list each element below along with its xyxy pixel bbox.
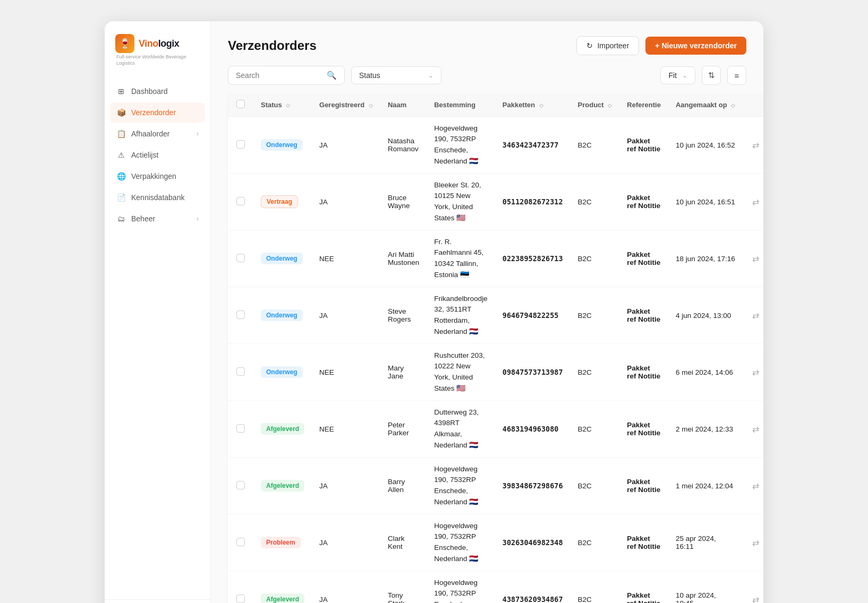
geregistreerd-cell: JA [312,571,380,604]
table-row: Afgeleverd NEE Peter Parker Dutterweg 23… [228,401,763,458]
status-dropdown[interactable]: Status ⌄ [351,66,441,84]
sync-icon[interactable]: ⇄ [750,592,761,604]
referentie-cell: Pakket ref Notitie [619,458,668,514]
bestemming-cell: Bleeker St. 20, 10125 New York, United S… [427,174,495,230]
new-order-button[interactable]: + Nieuwe verzendorder [645,37,746,55]
sync-icon[interactable]: ⇄ [750,308,761,323]
chevron-right-icon: › [197,215,199,222]
sync-icon[interactable]: ⇄ [750,536,761,550]
referentie-cell: Pakket ref Notitie [619,287,668,344]
aangemaakt-cell: 25 apr 2024, 16:11 [668,514,743,571]
aangemaakt-cell: 10 jun 2024, 16:51 [668,174,743,230]
row-checkbox[interactable] [236,481,245,489]
flag-icon: 🇳🇱 [469,554,478,563]
referentie-cell: Pakket ref Notitie [619,571,668,604]
sidebar-item-actielijst[interactable]: ⚠ Actielijst [110,145,205,165]
header-actions: ↻ Importeer + Nieuwe verzendorder [576,36,746,55]
import-button[interactable]: ↻ Importeer [576,36,639,55]
aangemaakt-cell: 2 mei 2024, 12:33 [668,401,743,458]
sort-button[interactable]: ⇅ [702,66,721,85]
sidebar-item-dashboard[interactable]: ⊞ Dashboard [110,81,205,101]
row-checkbox[interactable] [236,140,245,149]
sidebar-item-label: Verpakkingen [131,172,176,180]
product-cell: B2C [571,458,620,514]
sidebar-bottom: 🌐 Vinologix.com → JD John van Doe Winery… [105,599,210,603]
table-row: Onderweg JA Steve Rogers Frikandelbroodj… [228,287,763,344]
sync-icon[interactable]: ⇄ [750,479,761,493]
sidebar-item-label: Beheer [131,214,155,223]
row-checkbox[interactable] [236,311,245,319]
naam-cell: Barry Allen [380,458,427,514]
sidebar-item-verzendorder[interactable]: 📦 Verzendorder [110,102,205,123]
orders-table: Status ◇ Geregistreerd ◇ Naam Bestemming… [228,93,763,603]
fit-dropdown[interactable]: Fit ⌄ [660,66,695,84]
row-checkbox[interactable] [236,538,245,546]
flag-icon: 🇺🇸 [456,213,465,222]
logo-area: 🍷 Vinologix Full-service Worldwide Bever… [105,34,210,81]
search-icon: 🔍 [327,71,337,80]
import-label: Importeer [597,41,629,50]
sidebar-item-label: Dashboard [131,87,168,96]
sort-icon: ◇ [731,102,735,108]
geregistreerd-cell: NEE [312,344,380,401]
geregistreerd-cell: JA [312,174,380,230]
col-pakketten: Pakketten ◇ [495,93,571,117]
sync-icon[interactable]: ⇄ [750,138,761,152]
aangemaakt-cell: 6 mei 2024, 14:06 [668,344,743,401]
bestemming-cell: Frikandelbroodje 32, 3511RT Rotterdam, N… [427,287,495,344]
sidebar-item-beheer[interactable]: 🗂 Beheer › [110,209,205,229]
sync-icon[interactable]: ⇄ [750,195,761,209]
actielijst-icon: ⚠ [116,150,126,160]
table-row: Probleem JA Clark Kent Hogeveldweg 190, … [228,514,763,571]
kennisdatabank-icon: 📄 [116,193,126,202]
col-status: Status ◇ [253,93,312,117]
sidebar-item-verpakkingen[interactable]: 🌐 Verpakkingen [110,166,205,186]
fit-label: Fit [668,71,677,80]
referentie-cell: Pakket ref Notitie [619,230,668,287]
bestemming-cell: Hogeveldweg 190, 7532RP Enschede, Nederl… [427,514,495,571]
row-checkbox[interactable] [236,595,245,603]
pakketten-cell: 3463423472377 [495,117,571,174]
table-row: Afgeleverd JA Barry Allen Hogeveldweg 19… [228,458,763,514]
status-badge: Onderweg [261,309,303,321]
search-input[interactable] [236,71,322,80]
chevron-down-icon: ⌄ [682,72,687,79]
sync-icon[interactable]: ⇄ [750,252,761,266]
bestemming-cell: Fr. R. Faehlmanni 45, 10342 Tallinn, Est… [427,230,495,287]
filter-icon: ≡ [735,71,739,80]
product-cell: B2C [571,571,620,604]
flag-icon: 🇳🇱 [469,327,478,335]
aangemaakt-cell: 10 apr 2024, 10:45 [668,571,743,604]
filter-button[interactable]: ≡ [727,66,746,85]
referentie-cell: Pakket ref Notitie [619,344,668,401]
table-row: Onderweg NEE Ari Matti Mustonen Fr. R. F… [228,230,763,287]
search-box[interactable]: 🔍 [228,66,345,85]
col-geregistreerd: Geregistreerd ◇ [312,93,380,117]
row-checkbox[interactable] [236,197,245,205]
sidebar-item-afhaalorder[interactable]: 📋 Afhaalorder › [110,124,205,144]
product-cell: B2C [571,401,620,458]
sidebar-item-label: Kennisdatabank [131,193,184,202]
sync-icon[interactable]: ⇄ [750,422,761,436]
row-checkbox[interactable] [236,367,245,376]
sidebar-item-label: Verzendorder [131,108,176,117]
pakketten-cell: 39834867298676 [495,458,571,514]
naam-cell: Ari Matti Mustonen [380,230,427,287]
pakketten-cell: 05112082672312 [495,174,571,230]
sync-icon[interactable]: ⇄ [750,365,761,380]
status-label: Status [359,71,380,80]
product-cell: B2C [571,117,620,174]
table-container: Status ◇ Geregistreerd ◇ Naam Bestemming… [211,93,763,603]
page-header: Verzendorders ↻ Importeer + Nieuwe verze… [211,21,763,66]
status-badge: Afgeleverd [261,593,304,603]
row-checkbox[interactable] [236,254,245,262]
sidebar-item-kennisdatabank[interactable]: 📄 Kennisdatabank [110,187,205,208]
product-cell: B2C [571,230,620,287]
table-row: Vertraag JA Bruce Wayne Bleeker St. 20, … [228,174,763,230]
verpakkingen-icon: 🌐 [116,171,126,181]
flag-icon: 🇪🇪 [460,270,469,279]
referentie-cell: Pakket ref Notitie [619,117,668,174]
select-all-checkbox[interactable] [236,100,245,108]
naam-cell: Steve Rogers [380,287,427,344]
row-checkbox[interactable] [236,424,245,433]
